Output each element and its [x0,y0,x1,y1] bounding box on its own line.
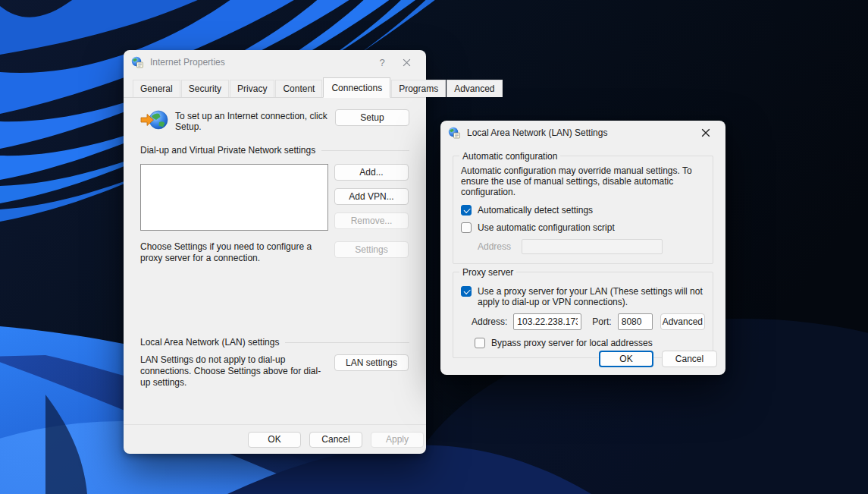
cancel-button[interactable]: Cancel [662,351,717,367]
remove-button[interactable]: Remove... [334,212,409,229]
window-title: Local Area Network (LAN) Settings [467,127,694,138]
use-proxy-server-label[interactable]: Use a proxy server for your LAN (These s… [478,286,705,307]
tab-general[interactable]: General [133,80,180,97]
use-proxy-server-checkbox[interactable] [461,286,472,297]
window-title: Internet Properties [150,57,370,68]
dialup-group-header: Dial-up and Virtual Private Network sett… [140,145,409,156]
ok-button[interactable]: OK [248,432,301,448]
cancel-button[interactable]: Cancel [309,432,362,448]
lan-description: LAN Settings do not apply to dial-up con… [140,354,328,389]
proxy-server-label: Proxy server [459,267,516,278]
lan-settings-button[interactable]: LAN settings [334,354,409,371]
advanced-button[interactable]: Advanced [660,313,705,330]
lan-group-header: Local Area Network (LAN) settings [140,337,409,348]
tab-security[interactable]: Security [181,80,229,97]
automatic-configuration-label: Automatic configuration [459,151,560,162]
close-icon [403,58,411,67]
setup-button[interactable]: Setup [335,109,409,126]
dialup-connections-listbox[interactable] [140,164,328,231]
help-button[interactable]: ? [370,53,394,71]
automatic-configuration-group: Automatic configuration Automatic config… [453,156,713,264]
dialup-group-label: Dial-up and Virtual Private Network sett… [140,145,315,156]
add-vpn-button[interactable]: Add VPN... [334,188,409,205]
tab-strip: General Security Privacy Content Connect… [124,74,426,98]
proxy-server-group: Proxy server Use a proxy server for your… [453,272,713,358]
tab-connections[interactable]: Connections [323,77,390,98]
proxy-address-input[interactable] [513,313,581,330]
automatically-detect-settings-checkbox[interactable] [461,205,472,216]
close-button[interactable] [694,124,718,142]
lan-settings-dialog: Local Area Network (LAN) Settings Automa… [440,121,725,375]
bypass-proxy-label[interactable]: Bypass proxy server for local addresses [491,338,653,348]
lan-settings-titlebar[interactable]: Local Area Network (LAN) Settings [440,121,725,145]
add-button[interactable]: Add... [334,164,409,181]
automatically-detect-settings-label[interactable]: Automatically detect settings [478,205,593,216]
use-configuration-script-label[interactable]: Use automatic configuration script [478,222,615,233]
bypass-proxy-checkbox[interactable] [475,338,485,348]
automatic-configuration-description: Automatic configuration may override man… [461,165,705,197]
tab-privacy[interactable]: Privacy [230,80,274,97]
internet-properties-titlebar[interactable]: Internet Properties ? [124,50,426,74]
ok-button[interactable]: OK [599,351,653,367]
proxy-port-input[interactable] [618,313,653,330]
close-button[interactable] [394,53,418,71]
apply-button[interactable]: Apply [371,432,424,448]
tab-advanced[interactable]: Advanced [447,80,502,97]
tab-content[interactable]: Content [275,80,322,97]
dialog-footer: OK Cancel Apply [124,424,426,454]
script-address-label: Address [478,241,511,252]
use-configuration-script-checkbox[interactable] [461,222,472,233]
dialog-footer: OK Cancel [599,351,717,367]
internet-properties-icon [131,56,143,68]
proxy-port-label: Port: [592,316,611,327]
group-rule [321,150,409,151]
tab-programs[interactable]: Programs [391,80,446,97]
connections-tab-page: To set up an Internet connection, click … [124,109,426,389]
lan-group-label: Local Area Network (LAN) settings [140,337,279,348]
group-rule [285,342,409,343]
proxy-address-label: Address: [472,316,507,327]
lan-settings-icon [448,127,460,139]
setup-description: To set up an Internet connection, click … [175,109,329,132]
settings-hint-text: Choose Settings if you need to configure… [140,241,328,264]
settings-button[interactable]: Settings [334,241,409,258]
script-address-input[interactable] [522,239,663,254]
internet-globe-icon [140,109,169,132]
internet-properties-dialog: Internet Properties ? General Security P… [124,50,426,454]
close-icon [701,128,710,137]
